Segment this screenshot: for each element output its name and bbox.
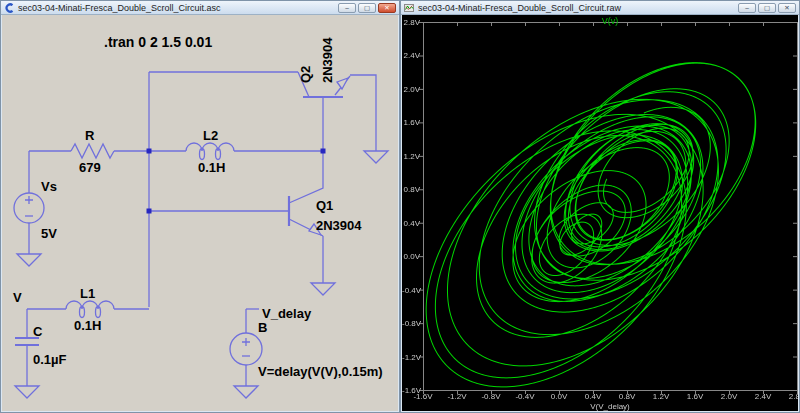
q2-ref-label[interactable]: Q2	[298, 66, 313, 83]
y-tick-label: 0.0V	[402, 252, 420, 261]
plus-icon	[25, 196, 33, 204]
c-ref-label[interactable]: C	[33, 324, 43, 339]
waveform-window-title: sec03-04-Minati-Fresca_Double_Scroll_Cir…	[417, 3, 735, 13]
x-tick-label: 0.8V	[609, 392, 645, 401]
schematic-canvas[interactable]: .tran 0 2 1.5 0.01 Vs 5V R 679 L2 0.1H Q…	[2, 15, 398, 411]
net-label-v[interactable]: V	[13, 290, 22, 305]
y-tick-label: 2.4V	[402, 51, 420, 60]
x-tick-label: -0.4V	[507, 392, 543, 401]
waveform-plot-pane: V(v) 2.8V2.4V2.0V1.6V1.2V0.8V0.4V0.0V-0.…	[402, 15, 798, 411]
minimize-button[interactable]: –	[738, 3, 756, 13]
inductor-l2[interactable]	[186, 143, 234, 160]
y-tick-label: 2.0V	[402, 85, 420, 94]
ground-symbol[interactable]	[234, 386, 258, 398]
waveform-window-titlebar[interactable]: sec03-04-Minati-Fresca_Double_Scroll_Cir…	[401, 1, 799, 15]
maximize-button[interactable]: ▢	[758, 3, 776, 13]
ltspice-schematic-icon	[4, 3, 14, 13]
l1-ref-label[interactable]: L1	[80, 286, 95, 301]
ground-symbol[interactable]	[15, 386, 39, 398]
ground-symbol[interactable]	[17, 254, 41, 266]
c-value-label[interactable]: 0.1µF	[33, 352, 67, 367]
ltspice-workspace: sec03-04-Minati-Fresca_Double_Scroll_Cir…	[0, 0, 800, 413]
r-value-label[interactable]: 679	[79, 160, 101, 175]
schematic-window-title: sec03-04-Minati-Fresca_Double_Scroll_Cir…	[17, 3, 335, 13]
vs-ref-label[interactable]: Vs	[41, 179, 57, 194]
x-tick-label: 2.0V	[711, 392, 747, 401]
junction-dot	[147, 209, 152, 214]
ltspice-waveform-icon	[404, 3, 414, 13]
x-tick-label: -1.2V	[439, 392, 475, 401]
phase-portrait-plot[interactable]	[402, 15, 798, 411]
junction-dot	[321, 149, 326, 154]
close-button[interactable]: ✕	[778, 3, 796, 13]
y-tick-label: 0.4V	[402, 219, 420, 228]
trace-title[interactable]: V(v)	[423, 16, 797, 26]
schematic-window: sec03-04-Minati-Fresca_Double_Scroll_Cir…	[0, 0, 400, 413]
b-value-label[interactable]: V=delay(V(V),0.15m)	[258, 364, 383, 379]
x-tick-label: 2.8V	[779, 392, 798, 401]
waveform-window: sec03-04-Minati-Fresca_Double_Scroll_Cir…	[400, 0, 800, 413]
q2-value-label[interactable]: 2N3904	[320, 37, 335, 83]
x-tick-label: 1.2V	[643, 392, 679, 401]
voltage-source-vs[interactable]	[14, 151, 44, 254]
q1-ref-label[interactable]: Q1	[316, 198, 333, 213]
capacitor-c[interactable]	[15, 309, 39, 386]
q1-value-label[interactable]: 2N3904	[316, 218, 362, 233]
inductor-l1[interactable]	[66, 301, 114, 318]
schematic-window-titlebar[interactable]: sec03-04-Minati-Fresca_Double_Scroll_Cir…	[1, 1, 399, 15]
waveform-window-controls: – ▢ ✕	[738, 3, 796, 13]
y-tick-label: -0.8V	[402, 319, 420, 328]
maximize-button[interactable]: ▢	[358, 3, 376, 13]
ground-symbol[interactable]	[364, 151, 388, 163]
y-tick-label: -0.4V	[402, 286, 420, 295]
resistor-r[interactable]	[71, 144, 114, 158]
y-tick-label: 1.2V	[402, 152, 420, 161]
l2-value-label[interactable]: 0.1H	[198, 160, 225, 175]
y-tick-label: 0.8V	[402, 185, 420, 194]
b-ref-label[interactable]: B	[258, 320, 267, 335]
l2-ref-label[interactable]: L2	[203, 128, 218, 143]
x-tick-label: -0.8V	[473, 392, 509, 401]
vs-value-label[interactable]: 5V	[41, 226, 57, 241]
x-axis-label: V(V_delay)	[423, 402, 797, 411]
close-button[interactable]: ✕	[378, 3, 396, 13]
plus-icon	[242, 338, 250, 346]
x-tick-label: 0.4V	[575, 392, 611, 401]
y-tick-label: 2.8V	[402, 18, 420, 27]
x-tick-label: -1.6V	[405, 392, 441, 401]
schematic-drawing[interactable]: .tran 0 2 1.5 0.01 Vs 5V R 679 L2 0.1H Q…	[2, 15, 398, 411]
r-ref-label[interactable]: R	[85, 128, 95, 143]
ground-symbol[interactable]	[311, 283, 335, 295]
junction-dot	[147, 149, 152, 154]
net-label-v-delay[interactable]: V_delay	[262, 306, 312, 321]
x-tick-label: 2.4V	[745, 392, 781, 401]
spice-directive[interactable]: .tran 0 2 1.5 0.01	[104, 34, 212, 50]
x-tick-label: 1.6V	[677, 392, 713, 401]
y-tick-label: 1.6V	[402, 118, 420, 127]
x-tick-label: 0.0V	[541, 392, 577, 401]
l1-value-label[interactable]: 0.1H	[74, 318, 101, 333]
minimize-button[interactable]: –	[338, 3, 356, 13]
schematic-window-controls: – ▢ ✕	[338, 3, 396, 13]
y-tick-label: -1.2V	[402, 353, 420, 362]
wire[interactable]	[350, 75, 376, 151]
